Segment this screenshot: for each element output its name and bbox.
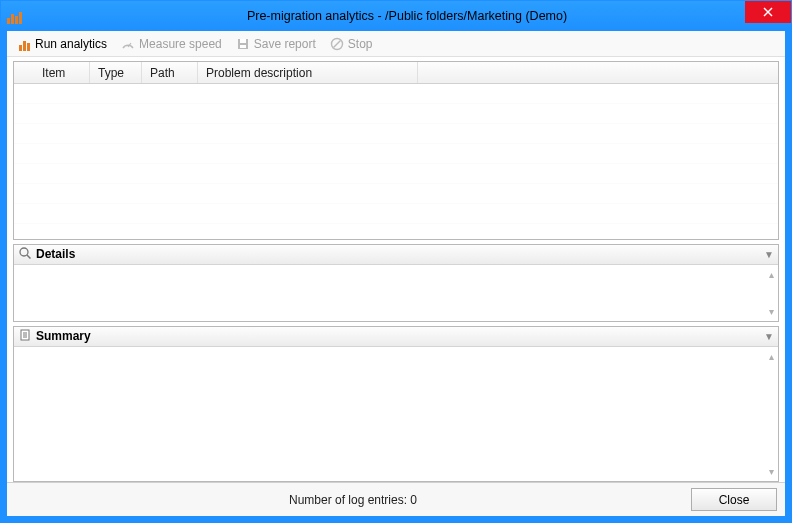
close-button[interactable]: Close bbox=[691, 488, 777, 511]
scroll-down-icon[interactable]: ▾ bbox=[769, 306, 774, 317]
run-analytics-label: Run analytics bbox=[35, 37, 107, 51]
grid-header: Item Type Path Problem description bbox=[14, 62, 778, 84]
results-grid[interactable]: Item Type Path Problem description bbox=[13, 61, 779, 240]
toolbar: Run analytics Measure speed Save report … bbox=[7, 31, 785, 57]
measure-speed-label: Measure speed bbox=[139, 37, 222, 51]
magnifier-icon bbox=[18, 246, 32, 263]
svg-rect-5 bbox=[240, 45, 246, 48]
client-area: Run analytics Measure speed Save report … bbox=[1, 31, 791, 522]
close-icon bbox=[763, 7, 773, 17]
floppy-disk-icon bbox=[236, 37, 250, 51]
details-body[interactable]: ▴ ▾ bbox=[14, 265, 778, 321]
title-bar[interactable]: Pre-migration analytics - /Public folder… bbox=[1, 1, 791, 31]
status-text: Number of log entries: 0 bbox=[15, 493, 691, 507]
details-title: Details bbox=[36, 247, 75, 261]
details-header[interactable]: Details ▼ bbox=[14, 245, 778, 265]
summary-title: Summary bbox=[36, 329, 91, 343]
summary-body[interactable]: ▴ ▾ bbox=[14, 347, 778, 481]
window-title: Pre-migration analytics - /Public folder… bbox=[23, 9, 791, 23]
scroll-up-icon[interactable]: ▴ bbox=[769, 351, 774, 362]
status-bar: Number of log entries: 0 Close bbox=[7, 482, 785, 516]
stop-icon bbox=[330, 37, 344, 51]
run-analytics-button[interactable]: Run analytics bbox=[11, 34, 113, 54]
window-frame: Pre-migration analytics - /Public folder… bbox=[0, 0, 792, 523]
gauge-icon bbox=[121, 37, 135, 51]
svg-line-7 bbox=[333, 40, 340, 47]
column-item[interactable]: Item bbox=[34, 62, 90, 83]
collapse-icon[interactable]: ▼ bbox=[764, 331, 774, 342]
document-icon bbox=[18, 328, 32, 345]
app-icon bbox=[7, 8, 23, 24]
save-report-button[interactable]: Save report bbox=[230, 34, 322, 54]
details-panel: Details ▼ ▴ ▾ bbox=[13, 244, 779, 322]
bar-chart-icon bbox=[17, 37, 31, 51]
scroll-up-icon[interactable]: ▴ bbox=[769, 269, 774, 280]
summary-panel: Summary ▼ ▴ ▾ bbox=[13, 326, 779, 482]
content-area: Item Type Path Problem description Detai… bbox=[7, 57, 785, 482]
column-path[interactable]: Path bbox=[142, 62, 198, 83]
save-report-label: Save report bbox=[254, 37, 316, 51]
svg-point-8 bbox=[20, 248, 28, 256]
scroll-down-icon[interactable]: ▾ bbox=[769, 466, 774, 477]
svg-rect-4 bbox=[240, 39, 246, 43]
stop-label: Stop bbox=[348, 37, 373, 51]
stop-button[interactable]: Stop bbox=[324, 34, 379, 54]
window-close-button[interactable] bbox=[745, 1, 791, 23]
column-problem[interactable]: Problem description bbox=[198, 62, 418, 83]
summary-header[interactable]: Summary ▼ bbox=[14, 327, 778, 347]
column-spacer bbox=[418, 62, 778, 83]
measure-speed-button[interactable]: Measure speed bbox=[115, 34, 228, 54]
collapse-icon[interactable]: ▼ bbox=[764, 249, 774, 260]
grid-body[interactable] bbox=[14, 84, 778, 239]
svg-line-9 bbox=[27, 255, 31, 259]
column-type[interactable]: Type bbox=[90, 62, 142, 83]
